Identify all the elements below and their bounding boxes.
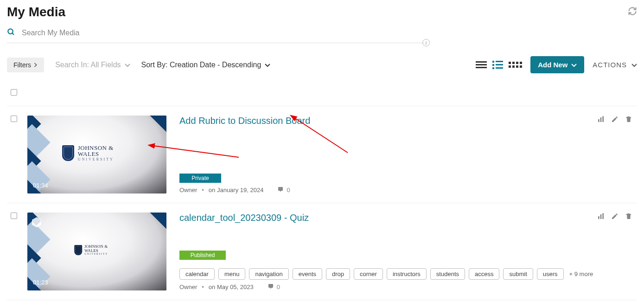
duration-label: 01:34 [33, 182, 48, 189]
tag[interactable]: submit [503, 268, 533, 280]
add-new-button[interactable]: Add New [530, 56, 584, 73]
item-checkbox[interactable] [11, 213, 17, 219]
date-label: on January 19, 2024 [209, 187, 264, 193]
search-input[interactable] [22, 29, 424, 37]
comment-icon [277, 187, 284, 193]
chevron-down-icon [125, 61, 130, 69]
actions-dropdown[interactable]: ACTIONS [593, 61, 637, 69]
tag[interactable]: events [293, 268, 322, 280]
svg-rect-9 [602, 213, 604, 219]
delete-icon[interactable] [625, 213, 632, 222]
media-item: JOHNSON & WALES UNIVERSITY 01:23 calenda… [7, 203, 637, 300]
chevron-right-icon [34, 61, 38, 69]
media-thumbnail[interactable]: JOHNSON & WALES UNIVERSITY 01:23 [27, 213, 166, 290]
svg-rect-4 [602, 116, 604, 122]
view-grid-button[interactable] [509, 62, 522, 68]
tag[interactable]: access [469, 268, 499, 280]
chevron-down-icon [631, 61, 637, 69]
tag[interactable]: drop [326, 268, 350, 280]
analytics-icon[interactable] [597, 116, 605, 125]
actions-label: ACTIONS [593, 61, 627, 69]
duration-label: 01:23 [33, 279, 48, 286]
status-badge: Private [179, 174, 221, 183]
tag[interactable]: corner [354, 268, 383, 280]
thumbnail-logo: JOHNSON & WALES UNIVERSITY [74, 245, 120, 255]
chevron-down-icon [571, 61, 577, 69]
item-checkbox[interactable] [11, 116, 17, 122]
search-icon [7, 28, 15, 38]
media-title-link[interactable]: Add Rubric to Discussion Board [179, 116, 637, 126]
media-title-link[interactable]: calendar_tool_20230309 - Quiz [179, 213, 637, 223]
thumbnail-logo: JOHNSON & WALES UNIVERSITY [62, 145, 132, 161]
sort-by-dropdown[interactable]: Sort By: Creation Date - Descending [141, 61, 271, 69]
delete-icon[interactable] [625, 116, 632, 125]
info-icon[interactable]: i [422, 39, 430, 46]
tag[interactable]: instructors [387, 268, 427, 280]
media-thumbnail[interactable]: JOHNSON & WALES UNIVERSITY 01:34 [27, 116, 166, 193]
tag[interactable]: calendar [179, 268, 215, 280]
analytics-icon[interactable] [597, 213, 605, 222]
svg-rect-7 [598, 216, 599, 219]
comment-count: 0 [277, 284, 280, 290]
date-label: on May 05, 2023 [209, 284, 254, 290]
svg-rect-8 [600, 214, 602, 219]
comment-count: 0 [287, 187, 290, 193]
separator-dot: • [202, 187, 204, 193]
search-in-label: Search In: All Fields [55, 61, 121, 69]
svg-rect-2 [598, 119, 599, 122]
more-tags-link[interactable]: + 9 more [569, 271, 593, 277]
sort-by-label: Sort By: Creation Date - Descending [141, 61, 261, 69]
meta-row: Owner • on January 19, 2024 0 [179, 187, 637, 193]
page-title: My Media [7, 5, 65, 19]
media-item: JOHNSON & WALES UNIVERSITY 01:34 Add Rub… [7, 106, 637, 203]
filters-button[interactable]: Filters [7, 58, 44, 72]
refresh-icon[interactable] [628, 6, 637, 18]
tag[interactable]: users [537, 268, 564, 280]
tag[interactable]: students [430, 268, 465, 280]
svg-rect-3 [600, 117, 602, 122]
meta-row: Owner • on May 05, 2023 0 [179, 284, 637, 290]
comment-icon [268, 284, 274, 290]
chevron-down-icon [265, 61, 270, 69]
view-compact-button[interactable] [476, 61, 487, 68]
search-in-dropdown[interactable]: Search In: All Fields [55, 61, 130, 69]
owner-label: Owner [179, 284, 197, 290]
status-badge: Published [179, 251, 226, 260]
tag[interactable]: navigation [249, 268, 288, 280]
tags-row: calendarmenunavigationeventsdropcornerin… [179, 268, 637, 280]
filters-label: Filters [13, 61, 31, 69]
edit-icon[interactable] [611, 213, 618, 222]
view-detailed-button[interactable] [492, 61, 503, 69]
svg-line-1 [12, 33, 14, 35]
tag[interactable]: menu [218, 268, 246, 280]
select-all-checkbox[interactable] [11, 89, 17, 96]
owner-label: Owner [179, 187, 197, 193]
svg-point-0 [8, 29, 13, 34]
separator-dot: • [202, 284, 204, 290]
add-new-label: Add New [538, 61, 567, 69]
edit-icon[interactable] [611, 116, 618, 125]
